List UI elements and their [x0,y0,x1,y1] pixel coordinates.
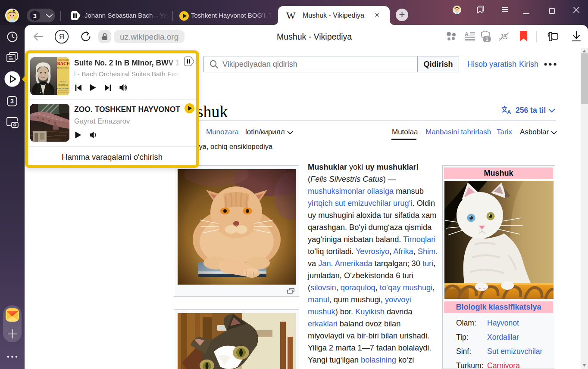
svg-text:3: 3 [10,98,14,105]
svg-text:FESTIVAL: FESTIVAL [58,84,68,86]
svg-text:3: 3 [33,12,37,19]
svg-text:BATH: BATH [60,81,66,83]
svg-text:Orchestral Suites: Orchestral Suites [57,67,69,69]
svg-text:A: A [465,31,469,37]
svg-text:BACH: BACH [57,61,70,66]
svg-text:Я: Я [59,33,64,41]
svg-text:ORCHESTRA: ORCHESTRA [57,87,69,90]
svg-text:A: A [507,109,511,115]
svg-text:1: 1 [485,37,488,42]
